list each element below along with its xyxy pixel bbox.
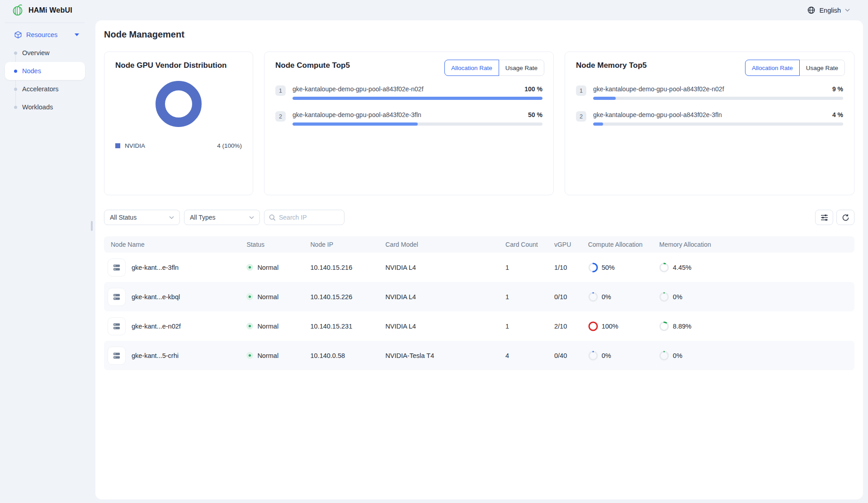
hami-melon-logo-icon — [12, 4, 24, 16]
card-model: NVIDIA-Tesla T4 — [385, 352, 505, 359]
compute-allocation-value: 50% — [602, 264, 615, 271]
table-tools — [815, 210, 854, 225]
compute-allocation-ring-icon — [588, 263, 598, 273]
card-model: NVIDIA L4 — [385, 264, 505, 271]
card-count: 1 — [505, 293, 554, 301]
vendor-donut-chart — [156, 81, 202, 127]
card-count: 1 — [505, 264, 554, 271]
compute-allocation-value: 0% — [602, 293, 611, 301]
memory-allocation-value: 4.45% — [673, 264, 691, 271]
node-name: gke-kant...e-n02f — [132, 323, 181, 330]
compute-allocation-ring-icon — [588, 351, 598, 361]
col-vgpu: vGPU — [554, 241, 588, 248]
tree-dot-icon — [14, 52, 17, 55]
vgpu-value: 1/10 — [554, 264, 588, 271]
status-normal-icon — [246, 352, 253, 359]
sidebar-item-accelerators[interactable]: Accelerators — [5, 80, 85, 98]
table-row[interactable]: gke-kant...e-3fln Normal 10.140.15.216 N… — [104, 253, 854, 282]
tree-dot-icon — [14, 88, 17, 91]
filter-bar: All Status All Types — [104, 210, 854, 225]
tree-dot-icon — [14, 106, 17, 109]
memory-allocation-value: 8.89% — [673, 323, 691, 330]
table-row[interactable]: gke-kant...e-kbql Normal 10.140.15.226 N… — [104, 282, 854, 311]
memory-rate-toggle: Allocation Rate Usage Rate — [745, 60, 845, 76]
progress-track — [292, 122, 542, 126]
vendor-legend-item[interactable]: NVIDIA 4 (100%) — [115, 142, 242, 149]
chevron-down-icon — [845, 9, 850, 12]
sidebar-item-overview[interactable]: Overview — [5, 44, 85, 62]
allocation-rate-tab[interactable]: Allocation Rate — [745, 60, 800, 76]
table-row[interactable]: gke-kant...e-n02f Normal 10.140.15.231 N… — [104, 311, 854, 341]
sidebar-section-label: Resources — [26, 31, 57, 38]
caret-down-icon — [75, 33, 79, 36]
usage-rate-tab[interactable]: Usage Rate — [800, 60, 844, 75]
language-label: English — [819, 7, 841, 14]
memory-allocation-ring-icon — [659, 263, 669, 273]
node-compute-top5-card: Node Compute Top5 Allocation Rate Usage … — [264, 52, 554, 195]
rate-value: 100 % — [524, 85, 542, 93]
sidebar: Resources Overview Nodes Accelerators Wo… — [0, 20, 90, 503]
legend-swatch-icon — [115, 143, 120, 148]
top5-row: 2 gke-kantaloupe-demo-gpu-pool-a843f02e-… — [275, 111, 542, 126]
vgpu-value: 2/10 — [554, 323, 588, 330]
status-normal-icon — [246, 264, 253, 271]
top-bar: HAMi WebUI English — [0, 0, 868, 20]
node-name: gke-kantaloupe-demo-gpu-pool-a843f02e-n0… — [292, 85, 424, 93]
status-label: Normal — [257, 293, 278, 301]
chevron-down-icon — [249, 216, 254, 219]
sidebar-item-nodes[interactable]: Nodes — [5, 62, 85, 80]
node-icon-box — [108, 288, 126, 306]
rate-value: 50 % — [528, 111, 542, 118]
type-filter-select[interactable]: All Types — [184, 210, 260, 225]
node-name: gke-kantaloupe-demo-gpu-pool-a843f02e-n0… — [593, 85, 724, 93]
progress-track — [593, 97, 843, 100]
tree-dot-icon — [14, 70, 17, 73]
compute-allocation-value: 100% — [602, 323, 618, 330]
app-title: HAMi WebUI — [28, 6, 72, 14]
refresh-button[interactable] — [836, 210, 854, 225]
memory-allocation-ring-icon — [659, 292, 669, 302]
sidebar-item-label: Overview — [22, 49, 49, 56]
sidebar-item-label: Nodes — [22, 67, 41, 75]
progress-fill — [593, 122, 603, 126]
column-settings-button[interactable] — [815, 210, 833, 225]
sidebar-tree: Overview Nodes Accelerators Workloads — [0, 44, 90, 116]
ip-search-box — [264, 210, 344, 225]
compute-allocation-ring-icon — [588, 292, 598, 302]
card-count: 4 — [505, 352, 554, 359]
legend-value: 4 (100%) — [217, 142, 242, 149]
status-filter-select[interactable]: All Status — [104, 210, 180, 225]
allocation-rate-tab[interactable]: Allocation Rate — [444, 60, 499, 76]
compute-allocation-value: 0% — [602, 352, 611, 359]
col-status: Status — [246, 241, 310, 248]
table-row[interactable]: gke-kant...5-crhi Normal 10.140.0.58 NVI… — [104, 341, 854, 370]
sidebar-section-resources[interactable]: Resources — [5, 27, 85, 43]
summary-cards: Node GPU Vendor Distribution NVIDIA 4 (1… — [104, 52, 854, 195]
column-settings-icon — [821, 214, 828, 221]
node-ip: 10.140.15.231 — [310, 323, 385, 330]
col-card-count: Card Count — [505, 241, 554, 248]
rank-badge: 1 — [576, 85, 586, 96]
progress-fill — [292, 122, 418, 126]
progress-fill — [593, 97, 616, 100]
gpu-vendor-distribution-card: Node GPU Vendor Distribution NVIDIA 4 (1… — [104, 52, 253, 195]
ip-search-input[interactable] — [279, 214, 333, 221]
status-label: Normal — [257, 323, 278, 330]
node-name: gke-kantaloupe-demo-gpu-pool-a843f02e-3f… — [593, 111, 722, 118]
usage-rate-tab[interactable]: Usage Rate — [499, 60, 544, 75]
top5-row: 1 gke-kantaloupe-demo-gpu-pool-a843f02e-… — [275, 85, 542, 100]
sidebar-item-label: Accelerators — [22, 85, 59, 93]
scrollbar-thumb[interactable] — [91, 221, 93, 231]
node-name: gke-kant...5-crhi — [132, 352, 179, 359]
legend-label: NVIDIA — [125, 142, 145, 149]
server-icon — [112, 292, 121, 301]
server-icon — [112, 263, 121, 272]
rate-value: 9 % — [832, 85, 843, 93]
rank-badge: 2 — [576, 111, 586, 122]
rank-badge: 2 — [275, 111, 286, 122]
server-icon — [112, 322, 121, 331]
sidebar-item-workloads[interactable]: Workloads — [5, 98, 85, 116]
card-count: 1 — [505, 323, 554, 330]
status-label: Normal — [257, 352, 278, 359]
language-selector[interactable]: English — [807, 0, 850, 20]
